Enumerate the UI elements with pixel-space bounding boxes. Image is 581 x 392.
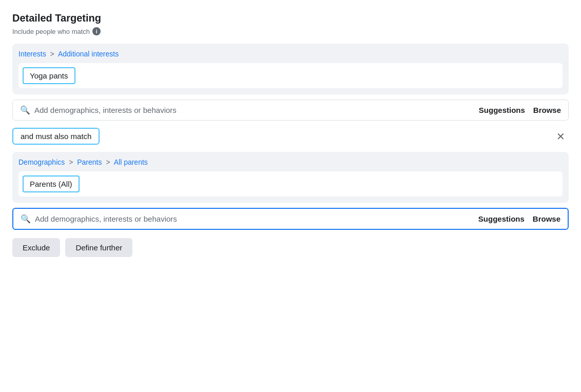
demographics-breadcrumb: Demographics > Parents > All parents bbox=[18, 158, 563, 166]
search-actions-2: Suggestions Browse bbox=[478, 214, 560, 223]
page-title: Detailed Targeting bbox=[12, 12, 569, 24]
search-icon-1: 🔍 bbox=[20, 105, 30, 115]
suggestions-btn-1[interactable]: Suggestions bbox=[479, 106, 525, 114]
exclude-button[interactable]: Exclude bbox=[12, 238, 60, 257]
search-actions-1: Suggestions Browse bbox=[479, 106, 561, 114]
search-placeholder-1: Add demographics, interests or behaviors bbox=[34, 106, 475, 114]
interests-section: Interests > Additional interests Yoga pa… bbox=[12, 44, 569, 94]
suggestions-btn-2[interactable]: Suggestions bbox=[478, 214, 525, 223]
parents-all-tag[interactable]: Parents (All) bbox=[23, 175, 80, 192]
and-must-match-row: and must also match ✕ bbox=[12, 128, 569, 145]
search-placeholder-2: Add demographics, interests or behaviors bbox=[35, 214, 474, 223]
info-icon[interactable]: i bbox=[92, 27, 101, 35]
breadcrumb-all-parents-link[interactable]: All parents bbox=[114, 158, 148, 166]
search-icon-2: 🔍 bbox=[21, 214, 31, 224]
bottom-actions: Exclude Define further bbox=[12, 238, 569, 257]
yoga-pants-tag[interactable]: Yoga pants bbox=[23, 67, 75, 84]
breadcrumb-sep3: > bbox=[106, 158, 110, 166]
and-must-match-badge: and must also match bbox=[12, 128, 100, 145]
breadcrumb-parents-link[interactable]: Parents bbox=[77, 158, 102, 166]
breadcrumb-sep1: > bbox=[50, 50, 54, 58]
interests-breadcrumb: Interests > Additional interests bbox=[18, 50, 563, 58]
define-further-button[interactable]: Define further bbox=[65, 238, 132, 257]
breadcrumb-additional-interests-link[interactable]: Additional interests bbox=[58, 50, 119, 58]
search-bar-1[interactable]: 🔍 Add demographics, interests or behavio… bbox=[12, 100, 569, 121]
interests-tag-container: Yoga pants bbox=[18, 63, 563, 88]
demographics-section: Demographics > Parents > All parents Par… bbox=[12, 152, 569, 203]
subtitle-text: Include people who match bbox=[12, 28, 90, 35]
browse-btn-1[interactable]: Browse bbox=[533, 106, 561, 114]
close-section-btn[interactable]: ✕ bbox=[552, 128, 569, 145]
browse-btn-2[interactable]: Browse bbox=[533, 214, 560, 223]
search-bar-2[interactable]: 🔍 Add demographics, interests or behavio… bbox=[12, 208, 569, 230]
page-container: Detailed Targeting Include people who ma… bbox=[12, 12, 569, 257]
breadcrumb-interests-link[interactable]: Interests bbox=[18, 50, 46, 58]
subtitle-row: Include people who match i bbox=[12, 27, 569, 35]
breadcrumb-demographics-link[interactable]: Demographics bbox=[18, 158, 65, 166]
demographics-tag-container: Parents (All) bbox=[18, 171, 563, 197]
breadcrumb-sep2: > bbox=[69, 158, 73, 166]
